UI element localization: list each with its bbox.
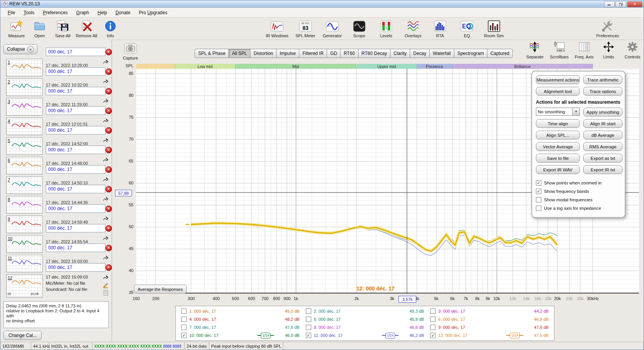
delete-measurement-button[interactable]: ✕ — [105, 264, 112, 271]
legend-checkbox[interactable] — [306, 309, 311, 314]
measurement-number[interactable]: 7 — [8, 177, 10, 182]
toolbar-scope-button[interactable]: Scope — [348, 19, 371, 38]
apply-smoothing-button[interactable]: Apply smoothing — [583, 108, 622, 116]
toolbar-info-button[interactable]: Info — [99, 19, 122, 38]
checkbox-box[interactable]: ✓ — [536, 189, 541, 194]
measurement-number[interactable]: 11 — [8, 256, 12, 260]
measurement-number[interactable]: 3 — [8, 99, 10, 104]
measurement-thumbnail[interactable] — [6, 59, 43, 76]
measurement-number[interactable]: 10 — [8, 236, 12, 241]
tab-impulse[interactable]: Impulse — [276, 49, 299, 58]
measurement-name-input[interactable]: 000 déc. 17 — [46, 87, 105, 95]
menu-pro-upgrades[interactable]: Pro Upgrades — [135, 9, 171, 17]
close-button[interactable]: ✕ — [627, 1, 642, 7]
measurement-name-input[interactable]: 000 déc. 17 — [46, 263, 105, 272]
save-to-file-button[interactable]: Save to file — [536, 154, 580, 163]
measurement-name-input[interactable]: 000 déc. 17 — [46, 48, 105, 56]
tab-decay[interactable]: Decay — [410, 49, 429, 58]
tab-rt60[interactable]: RT60 — [340, 49, 358, 58]
toolbar-measure-button[interactable]: Measure — [5, 19, 28, 38]
toolbar-rta-button[interactable]: RTA — [429, 19, 452, 38]
measurement-number[interactable]: 1 — [8, 60, 10, 65]
checkbox-use-a-log-axis-for-impedance[interactable]: Use a log axis for impedance — [536, 204, 621, 212]
smoothing-select[interactable]: No smoothing▼ — [536, 108, 580, 116]
menu-donate[interactable]: Donate — [112, 9, 134, 17]
legend-entry[interactable]: ✓11: 000 déc. 171/2446,2 dB — [303, 332, 427, 340]
tab-waterfall[interactable]: Waterfall — [429, 49, 454, 58]
tab-captured[interactable]: Captured — [487, 49, 513, 58]
delete-measurement-button[interactable]: ✕ — [105, 49, 112, 55]
toolbar-overlays-button[interactable]: Overlays — [402, 19, 425, 38]
toolbar-open-button[interactable]: Open — [28, 19, 51, 38]
vector-average-button[interactable]: Vector Average — [536, 142, 580, 151]
legend-checkbox[interactable]: ✓ — [430, 333, 435, 338]
toolbar-eq-button[interactable]: EQEQ — [455, 19, 479, 38]
toolbar-save-all-button[interactable]: Save All — [51, 19, 74, 38]
legend-entry[interactable]: 1: 000 déc. 1745,0 dB — [178, 307, 303, 315]
menu-help[interactable]: Help — [94, 9, 110, 17]
measurement-name-input[interactable]: 000 déc. 17 — [46, 244, 105, 252]
graph-tool-limits[interactable]: Limits — [600, 41, 617, 59]
align-spl-button[interactable]: Align SPL... — [536, 131, 580, 139]
delete-measurement-button[interactable]: ✕ — [105, 88, 112, 95]
ir-glyph-icon[interactable] — [103, 176, 109, 184]
measurement-name-input[interactable]: 000 déc. 17 — [46, 165, 105, 174]
menu-file[interactable]: File — [4, 9, 18, 17]
toolbar-remove-all-button[interactable]: Remove All — [74, 19, 99, 38]
measurement-thumbnail[interactable] — [6, 216, 43, 233]
toolbar-spl-meter-button[interactable]: dB SPL83SPL Meter — [294, 19, 317, 38]
toolbar-levels-button[interactable]: 0369Levels — [375, 19, 398, 38]
toolbar-room-sim-button[interactable]: Room Sim — [482, 19, 506, 38]
measurement-number[interactable]: 9 — [8, 217, 10, 221]
tab-distortion[interactable]: Distortion — [250, 49, 276, 58]
time-align-button[interactable]: Time align — [536, 119, 580, 128]
measurement-name-input[interactable]: 000 déc. 17 — [46, 126, 105, 134]
ir-glyph-icon[interactable] — [103, 274, 109, 282]
menu-preferences[interactable]: Preferences — [39, 9, 71, 17]
legend-checkbox[interactable] — [181, 317, 187, 322]
legend-entry[interactable]: 3: 000 déc. 1744,2 dB — [427, 307, 552, 315]
checkbox-box[interactable] — [536, 197, 541, 202]
measurement-number[interactable]: 6 — [8, 158, 10, 163]
legend-entry[interactable]: 4: 000 déc. 1748,2 dB — [178, 315, 303, 323]
legend-checkbox[interactable] — [181, 309, 187, 314]
legend-checkbox[interactable] — [430, 325, 435, 330]
legend-entry[interactable]: 2: 000 déc. 1749,3 dB — [303, 307, 427, 315]
pencil-icon[interactable] — [103, 282, 109, 290]
ir-glyph-icon[interactable] — [103, 59, 109, 66]
legend-entry[interactable]: 8: 000 déc. 1746,8 dB — [303, 323, 427, 332]
delete-measurement-button[interactable]: ✕ — [105, 108, 112, 114]
alignment-tool-button[interactable]: Alignment tool — [536, 87, 580, 96]
average-responses-button[interactable]: Average the Responses — [134, 285, 187, 294]
delete-measurement-button[interactable]: ✕ — [105, 166, 112, 173]
checkbox-box[interactable] — [536, 206, 541, 211]
export-as-txt-button[interactable]: Export as txt — [583, 154, 622, 163]
measurement-thumbnail[interactable] — [6, 157, 43, 174]
tab-spectrogram[interactable]: Spectrogram — [454, 49, 487, 58]
measurement-name-input[interactable]: 000 déc. 17 — [46, 67, 105, 76]
measurement-number[interactable]: 2 — [8, 80, 10, 84]
trace-options-button[interactable]: Trace options — [583, 87, 622, 96]
legend-entry[interactable]: ✓10: 000 déc. 171/2446,0 dB — [178, 332, 303, 340]
ir-glyph-icon[interactable] — [103, 118, 109, 125]
measurement-thumbnail[interactable] — [6, 98, 43, 116]
measurement-thumbnail[interactable] — [6, 137, 43, 155]
measurement-name-input[interactable]: 000 déc. 17 — [46, 185, 105, 193]
legend-entry[interactable]: 5: 000 déc. 1745,8 dB — [303, 315, 427, 323]
export-ir-txt-button[interactable]: Export IR txt — [583, 165, 622, 174]
tab-gd[interactable]: GD — [327, 49, 340, 58]
align-ir-start-button[interactable]: Align IR start — [583, 119, 622, 128]
graph-tool-controls[interactable]: Controls — [624, 41, 641, 59]
notes-icon[interactable] — [103, 290, 109, 297]
tab-all-spl[interactable]: All SPL — [229, 49, 250, 58]
legend-checkbox[interactable] — [430, 317, 435, 322]
toolbar-generator-button[interactable]: Generator — [321, 19, 344, 38]
measurement-thumbnail[interactable] — [6, 176, 43, 194]
collapse-sidebar-button[interactable]: Collapse « — [3, 44, 37, 54]
legend-checkbox[interactable] — [306, 325, 311, 330]
ir-glyph-icon[interactable] — [103, 98, 109, 106]
rms-average-button[interactable]: RMS Average — [583, 142, 622, 151]
change-cal-button[interactable]: Change Cal... — [3, 331, 42, 340]
measurement-number[interactable]: 5 — [8, 138, 10, 143]
checkbox-box[interactable]: ✓ — [536, 180, 541, 186]
